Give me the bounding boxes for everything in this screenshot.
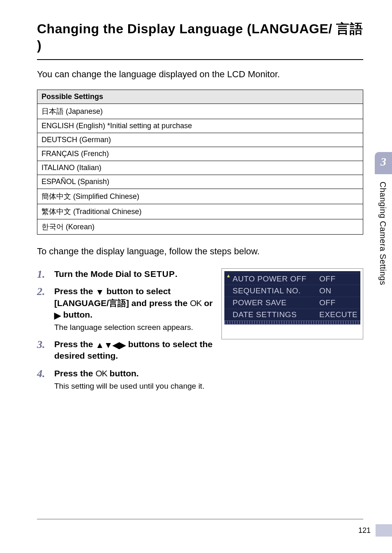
lcd-value: ON xyxy=(319,286,356,295)
settings-row: ENGLISH (English) *Initial setting at pu… xyxy=(37,119,363,133)
settings-row: 簡体中文 (Simplified Chinese) xyxy=(37,189,363,204)
lead-text: To change the display language, follow t… xyxy=(37,246,363,257)
left-arrow-icon: ◀ xyxy=(113,341,119,349)
steps-list: Turn the Mode Dial to SETUP. Press the ▼… xyxy=(37,268,214,397)
lcd-row: POWER SAVE OFF xyxy=(224,297,360,309)
lcd-row: AUTO POWER OFF OFF xyxy=(224,273,360,285)
step-text: button. xyxy=(107,369,139,378)
footer-bar-icon xyxy=(376,524,392,537)
step-4: Press the OK button. This setting will b… xyxy=(37,368,214,392)
ok-icon: OK xyxy=(190,298,201,308)
lcd-screenshot: ▲ AUTO POWER OFF OFF SEQUENTIAL NO. ON P… xyxy=(221,268,363,339)
title-rule xyxy=(37,59,363,60)
step-body: This setting will be used until you chan… xyxy=(54,381,214,392)
settings-row: ESPAÑOL (Spanish) xyxy=(37,175,363,189)
settings-row: 한국어 (Korean) xyxy=(37,219,363,235)
settings-row: ITALIANO (Italian) xyxy=(37,161,363,175)
settings-row: 日本語 (Japanese) xyxy=(37,104,363,119)
step-text: button. xyxy=(61,310,92,319)
step-text: Press the xyxy=(54,286,95,296)
ok-icon: OK xyxy=(95,369,107,378)
step-text: . xyxy=(175,269,178,279)
lcd-label: POWER SAVE xyxy=(233,298,319,307)
down-arrow-icon: ▼ xyxy=(104,341,113,349)
step-text: Turn the Mode Dial to xyxy=(54,269,144,279)
right-arrow-icon: ▶ xyxy=(54,311,61,320)
down-arrow-icon: ▼ xyxy=(95,288,104,296)
lcd-row: DATE SETTINGS EXECUTE xyxy=(224,309,360,320)
lcd-label: AUTO POWER OFF xyxy=(233,274,319,283)
right-arrow-icon: ▶ xyxy=(119,341,126,349)
settings-row: FRANÇAIS (French) xyxy=(37,147,363,161)
step-text: Press the xyxy=(54,339,95,349)
lcd-scroll-up-icon: ▲ xyxy=(226,273,231,279)
step-3: Press the ▲▼◀▶ buttons to select the des… xyxy=(37,339,214,362)
setup-icon: SETUP xyxy=(144,269,175,279)
page-footer: 121 xyxy=(358,524,392,537)
lcd-row: SEQUENTIAL NO. ON xyxy=(224,285,360,297)
page-number: 121 xyxy=(358,526,371,535)
chapter-title: Changing Camera Settings xyxy=(375,174,391,293)
settings-row: 繁体中文 (Traditional Chinese) xyxy=(37,204,363,219)
settings-row: DEUTSCH (German) xyxy=(37,133,363,147)
step-body: The language selection screen appears. xyxy=(54,322,214,333)
lcd-label: SEQUENTIAL NO. xyxy=(233,286,319,295)
lcd-divider xyxy=(224,320,360,325)
footer-rule xyxy=(37,519,363,519)
settings-header: Possible Settings xyxy=(37,90,363,104)
side-tab: 3 Changing Camera Settings xyxy=(375,152,392,349)
step-2: Press the ▼ button to select [LANGUAGE/言… xyxy=(37,286,214,333)
intro-text: You can change the language displayed on… xyxy=(37,69,363,80)
page-title: Changing the Display Language (LANGUAGE/… xyxy=(37,21,363,53)
step-1: Turn the Mode Dial to SETUP. xyxy=(37,268,214,280)
lcd-value: OFF xyxy=(319,298,356,307)
possible-settings-table: Possible Settings 日本語 (Japanese) ENGLISH… xyxy=(37,90,363,235)
step-text: or xyxy=(202,298,213,308)
lcd-value: EXECUTE xyxy=(319,310,356,319)
chapter-number: 3 xyxy=(375,152,392,174)
lcd-value: OFF xyxy=(319,274,356,283)
up-arrow-icon: ▲ xyxy=(95,341,104,349)
step-text: Press the xyxy=(54,369,95,378)
lcd-label: DATE SETTINGS xyxy=(233,310,319,319)
